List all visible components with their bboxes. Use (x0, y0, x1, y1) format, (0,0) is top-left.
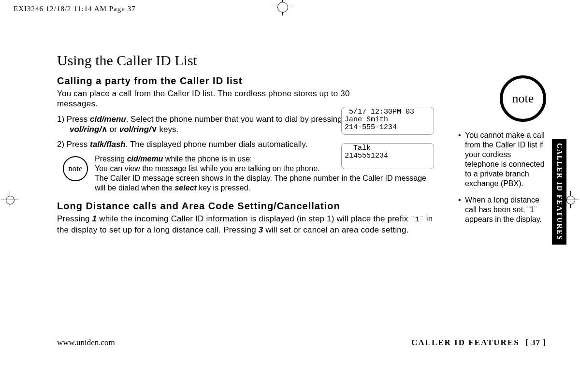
step-2: 2) Press talk/flash. The displayed phone… (57, 139, 345, 149)
footer-section: CALLER ID FEATURES [ 37 ] (411, 338, 546, 348)
page-title: Using the Caller ID List (57, 52, 434, 69)
chevron-down-icon: ∨ (151, 125, 157, 134)
chapter-tab: CALLER ID FEATURES (552, 139, 566, 245)
margin-note-item: •When a long distance call has been set,… (458, 195, 546, 224)
crop-mark-icon (1, 191, 18, 208)
note-icon: note (63, 156, 88, 181)
intro-text: You can place a call from the Caller ID … (57, 88, 386, 109)
step-1: 1) Press cid/menu. Select the phone numb… (57, 114, 345, 135)
manual-page: EXI3246 12/18/2 11:14 AM Page 37 CALLER … (0, 0, 580, 392)
footer-url: www.uniden.com (57, 338, 115, 348)
chevron-up-icon: ∧ (102, 125, 107, 134)
note-icon: note (500, 75, 546, 122)
section-heading: Long Distance calls and Area Code Settin… (57, 201, 434, 212)
crop-mark-icon (274, 0, 291, 15)
lcd-display-2: Talk 2145551234 (341, 143, 434, 169)
section-heading: Calling a party from the Caller ID list (57, 75, 434, 87)
lcd-display-1: 5/17 12:30PM 03 Jane Smith 214-555-1234 (341, 107, 434, 135)
margin-note-item: •You cannot make a call from the Caller … (458, 131, 546, 189)
main-content: Using the Caller ID List Calling a party… (57, 52, 434, 240)
margin-note: note •You cannot make a call from the Ca… (458, 75, 546, 231)
print-slug: EXI3246 12/18/2 11:14 AM Page 37 (14, 5, 136, 13)
section-body: Pressing 1 while the incoming Caller ID … (57, 214, 434, 235)
